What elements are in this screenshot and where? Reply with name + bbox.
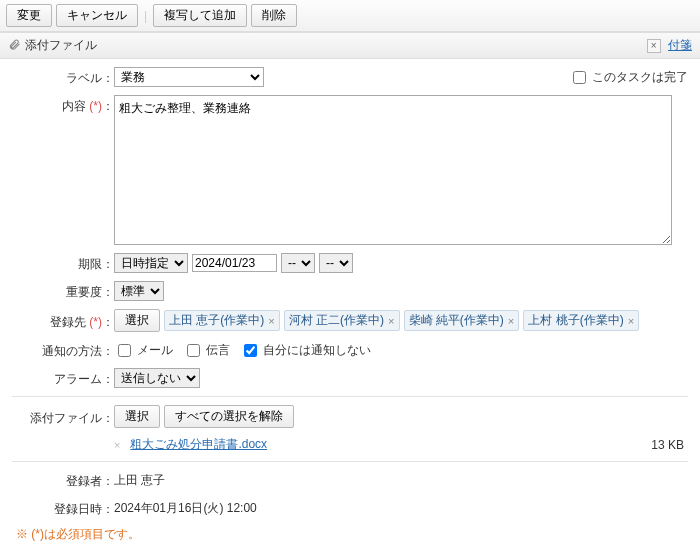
file-link[interactable]: 粗大ごみ処分申請書.docx bbox=[130, 436, 267, 453]
assignee-tag: 柴崎 純平(作業中)× bbox=[404, 310, 520, 331]
divider bbox=[12, 396, 688, 397]
importance-select[interactable]: 標準 bbox=[114, 281, 164, 301]
divider bbox=[12, 461, 688, 462]
label-select[interactable]: 業務 bbox=[114, 67, 264, 87]
remove-tag-icon[interactable]: × bbox=[388, 315, 394, 327]
label-label: ラベル bbox=[12, 67, 102, 87]
content-textarea[interactable]: 粗大ごみ整理、業務連絡 bbox=[114, 95, 672, 245]
file-size: 13 KB bbox=[651, 438, 688, 452]
clear-all-button[interactable]: すべての選択を解除 bbox=[164, 405, 294, 428]
label-registrant: 登録者 bbox=[12, 470, 102, 490]
paperclip-icon bbox=[8, 38, 21, 54]
register-dt-value: 2024年01月16日(火) 12:00 bbox=[114, 500, 257, 517]
close-icon[interactable]: × bbox=[647, 39, 661, 53]
notify-self-checkbox[interactable]: 自分には通知しない bbox=[240, 341, 371, 360]
label-importance: 重要度 bbox=[12, 281, 102, 301]
deadline-min-select[interactable]: -- bbox=[319, 253, 353, 273]
required-note: ※ (*)は必須項目です。 bbox=[16, 526, 688, 543]
label-register-dt: 登録日時 bbox=[12, 498, 102, 518]
label-notify: 通知の方法 bbox=[12, 340, 102, 360]
label-content: 内容 (*) bbox=[12, 95, 102, 115]
deadline-date-input[interactable] bbox=[192, 254, 277, 272]
section-header: 添付ファイル × 付箋 bbox=[0, 32, 700, 59]
registrant-value: 上田 恵子 bbox=[114, 472, 165, 489]
change-button[interactable]: 変更 bbox=[6, 4, 52, 27]
assignee-tag: 上村 桃子(作業中)× bbox=[523, 310, 639, 331]
deadline-hour-select[interactable]: -- bbox=[281, 253, 315, 273]
toolbar-separator: | bbox=[144, 9, 147, 23]
notify-mail-checkbox[interactable]: メール bbox=[114, 341, 173, 360]
remove-tag-icon[interactable]: × bbox=[508, 315, 514, 327]
form-area: ラベル ： 業務 このタスクは完了 内容 (*) ： 粗大ごみ整理、業務連絡 期… bbox=[0, 59, 700, 544]
cancel-button[interactable]: キャンセル bbox=[56, 4, 138, 27]
section-title: 添付ファイル bbox=[25, 37, 97, 54]
complete-task-checkbox[interactable]: このタスクは完了 bbox=[569, 68, 688, 87]
notify-memo-checkbox[interactable]: 伝言 bbox=[183, 341, 230, 360]
assignee-tag: 河村 正二(作業中)× bbox=[284, 310, 400, 331]
select-file-button[interactable]: 選択 bbox=[114, 405, 160, 428]
assignee-tag: 上田 恵子(作業中)× bbox=[164, 310, 280, 331]
label-alarm: アラーム bbox=[12, 368, 102, 388]
label-register-to: 登録先 (*) bbox=[12, 311, 102, 331]
duplicate-button[interactable]: 複写して追加 bbox=[153, 4, 247, 27]
label-deadline: 期限 bbox=[12, 253, 102, 273]
top-toolbar: 変更 キャンセル | 複写して追加 削除 bbox=[0, 0, 700, 32]
sticky-link[interactable]: 付箋 bbox=[668, 38, 692, 52]
remove-file-icon[interactable]: × bbox=[114, 439, 120, 451]
delete-button[interactable]: 削除 bbox=[251, 4, 297, 27]
select-assignee-button[interactable]: 選択 bbox=[114, 309, 160, 332]
remove-tag-icon[interactable]: × bbox=[268, 315, 274, 327]
alarm-select[interactable]: 送信しない bbox=[114, 368, 200, 388]
label-attach: 添付ファイル bbox=[12, 407, 102, 427]
deadline-mode-select[interactable]: 日時指定 bbox=[114, 253, 188, 273]
remove-tag-icon[interactable]: × bbox=[628, 315, 634, 327]
